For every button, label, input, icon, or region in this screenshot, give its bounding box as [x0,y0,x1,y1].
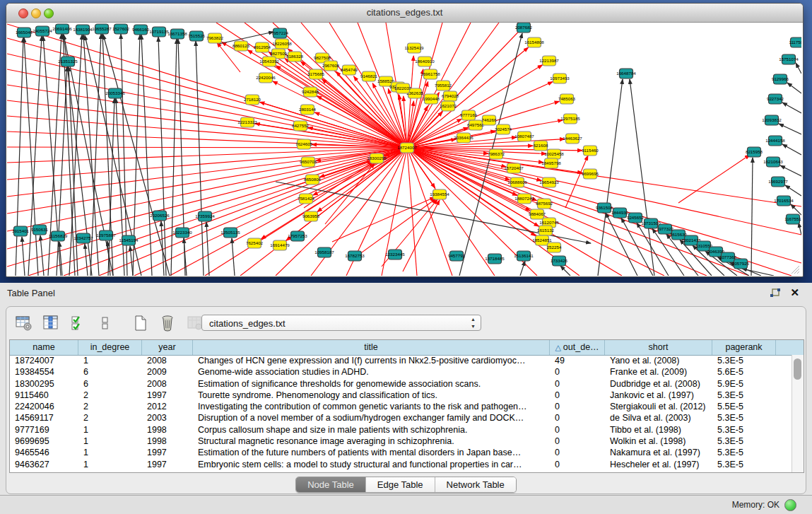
column-header-year[interactable]: year [142,340,193,355]
graph-node[interactable]: 1665044 [16,28,33,37]
tab-network-table[interactable]: Network Table [435,477,516,492]
graph-node[interactable]: 2803144 [299,105,317,115]
graph-node[interactable]: 16782753 [345,251,365,261]
graph-node[interactable]: 12505135 [220,228,240,238]
graph-node[interactable]: 1822037 [394,83,412,93]
graph-node[interactable]: 7624605 [295,139,313,149]
citation-network-graph[interactable]: 1872400718300295886012389129541822605898… [7,23,801,276]
table-row[interactable]: 1456911722003Disruption of a novel membe… [10,412,792,424]
row-height-button[interactable] [95,313,115,333]
column-header-short[interactable]: short [605,340,712,355]
graph-node[interactable]: 12213987 [539,56,559,66]
graph-node[interactable]: 18807249 [514,194,534,204]
graph-node[interactable]: 8186328 [286,52,304,62]
graph-node[interactable]: 9150631 [31,225,49,235]
table-row[interactable]: 946554611997Estimation of the future num… [10,447,792,458]
graph-node[interactable]: 8860123 [233,41,250,51]
graph-node[interactable]: 1527602 [112,24,130,34]
graph-node[interactable]: 10973493 [550,74,570,83]
graph-node[interactable]: 7515526 [188,31,206,41]
graph-node[interactable]: 1621072 [440,101,457,111]
graph-node[interactable]: 3915401 [12,226,30,236]
graph-node[interactable]: 2967608 [322,61,340,71]
graph-node[interactable]: 21351325 [58,57,78,66]
graph-node[interactable]: 15136141 [514,251,534,261]
graph-node[interactable]: 7955812 [435,81,452,90]
graph-node[interactable]: 9129966 [772,74,789,84]
graph-node[interactable]: 18381904 [73,25,93,35]
close-panel-icon[interactable]: ✕ [790,286,799,299]
graph-node[interactable]: 3175685 [307,69,325,79]
graph-node[interactable]: 15751074 [779,54,799,64]
column-header-name[interactable]: name [10,340,78,355]
graph-node[interactable]: 10223340 [172,228,192,238]
graph-node[interactable]: 10719135 [149,27,169,37]
graph-node[interactable]: 7485063 [558,94,576,104]
graph-node[interactable]: 9650703 [300,157,317,167]
tab-edge-table[interactable]: Edge Table [366,477,435,492]
graph-node[interactable]: 18495798 [541,158,561,168]
table-selector-dropdown[interactable]: citations_edges.txt ▲▼ [201,315,481,331]
graph-node[interactable]: 8454749 [341,65,358,75]
graph-node[interactable]: 18640910 [415,57,435,66]
tab-node-table[interactable]: Node Table [296,477,366,492]
graph-node[interactable]: 10688609 [507,177,527,187]
graph-node[interactable]: 9457791 [448,251,466,261]
graph-node[interactable]: 6794028 [442,91,459,101]
network-canvas[interactable]: 1872400718300295886012389129541822605898… [7,23,801,276]
graph-node[interactable]: 1844930 [611,208,629,218]
graph-node[interactable]: 18300295 [367,153,387,163]
graph-node[interactable]: 2087682 [515,23,533,33]
graph-node[interactable]: 9242848 [302,87,319,97]
table-row[interactable]: 946362711997Embryonic stem cells: a mode… [10,459,792,470]
graph-node[interactable]: 9875692 [536,199,553,209]
graph-node[interactable]: 18226058 [272,39,292,49]
table-row[interactable]: 1938455462009Genome-wide association stu… [10,366,792,378]
graph-node[interactable]: 8215958 [746,147,763,157]
table-row[interactable]: 911546021997Tourette syndrome. Phenomeno… [10,390,792,401]
graph-node[interactable]: 19654923 [539,177,559,187]
graph-node[interactable]: 7581424 [298,194,315,204]
graph-node[interactable]: 9699695 [582,169,599,179]
float-panel-icon[interactable] [770,288,781,299]
graph-node[interactable]: 9146821 [360,71,378,81]
column-header-out_de[interactable]: △out_de… [550,340,605,355]
graph-node[interactable]: 2057925 [732,259,750,269]
graph-node[interactable]: 16648784 [616,69,636,78]
create-table-button[interactable] [131,313,151,333]
graph-node[interactable]: 12213323 [237,117,257,127]
graph-node[interactable]: 8427552 [292,121,310,131]
graph-node[interactable]: 1990448 [423,94,440,104]
graph-node[interactable]: 746266 [482,115,497,125]
select-columns-button[interactable] [69,313,88,333]
graph-node[interactable]: 3024574 [495,124,512,134]
table-mode-button[interactable] [14,313,34,333]
graph-node[interactable]: 2718120 [244,95,261,105]
graph-node[interactable]: 1615132 [537,226,555,235]
table-row[interactable]: 2242004622012Investigating the contribut… [10,401,792,412]
graph-node[interactable]: 10807487 [514,132,534,141]
graph-node[interactable]: 19384554 [430,189,449,199]
graph-node[interactable]: 16671358 [167,29,187,39]
graph-node[interactable]: 15720407 [504,163,524,173]
graph-node[interactable]: 20691406 [52,24,72,34]
graph-node[interactable]: 14463627 [563,134,582,144]
network-window[interactable]: citations_edges.txt 18724007183002958860… [6,3,804,277]
graph-node[interactable]: 12323445 [385,250,405,259]
window-resize-grip[interactable] [790,264,800,274]
graph-node[interactable]: 13718485 [485,254,505,264]
graph-node[interactable]: 10958187 [314,247,334,257]
graph-node[interactable]: 9466160 [132,25,150,35]
graph-node[interactable]: 10543392 [259,57,279,66]
column-header-pagerank[interactable]: pagerank [712,340,776,355]
graph-node[interactable]: 10025458 [544,149,564,159]
graph-node[interactable]: 10655287 [92,24,112,34]
graph-node[interactable]: 11156829 [49,231,68,241]
graph-node[interactable]: 17359924 [195,211,215,221]
graph-node[interactable]: 17957253 [288,231,307,241]
graph-node[interactable]: 9777169 [460,110,478,120]
graph-node[interactable]: 621608 [534,141,548,151]
graph-node[interactable]: 9227342 [767,94,784,104]
graph-node[interactable]: 7957224 [271,28,289,38]
graph-node[interactable]: 16914479 [270,240,290,250]
